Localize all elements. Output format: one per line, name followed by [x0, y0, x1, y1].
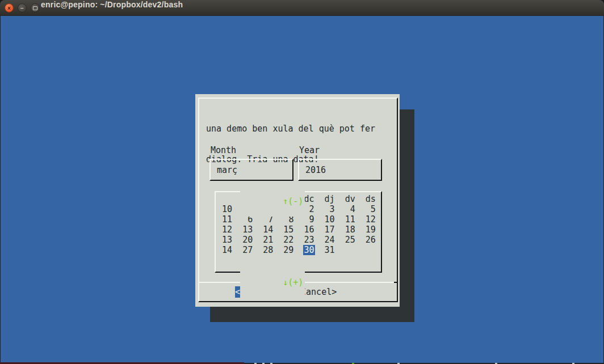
month-value: març: [217, 165, 237, 175]
day-cell[interactable]: 31: [314, 245, 335, 255]
calendar-week-row: 14 27 28 29 30 31: [217, 245, 376, 255]
month-input[interactable]: març: [209, 159, 293, 181]
day-cell: [355, 245, 376, 255]
window-title: enric@pepino: ~/Dropbox/dev2/bash: [41, 0, 183, 15]
scroll-up-control[interactable]: ↑(-): [240, 186, 305, 217]
day-cell[interactable]: 4: [335, 204, 355, 214]
selected-day-cell[interactable]: 30: [293, 245, 314, 255]
day-cell[interactable]: 19: [355, 225, 376, 235]
day-cell[interactable]: 22: [273, 235, 293, 245]
year-value: 2016: [305, 165, 326, 175]
message-line-1: una demo ben xula del què pot fer: [206, 124, 375, 134]
terminal-window: × − enric@pepino: ~/Dropbox/dev2/bash un…: [0, 0, 604, 364]
minimize-button[interactable]: −: [18, 3, 27, 12]
day-cell[interactable]: 21: [253, 235, 273, 245]
day-cell[interactable]: 11: [335, 214, 355, 225]
cancel-bracket-right: >: [332, 286, 337, 298]
day-cell[interactable]: 27: [232, 245, 253, 255]
day-cell[interactable]: 29: [273, 245, 293, 255]
day-cell[interactable]: 17: [314, 225, 335, 235]
day-cell[interactable]: 20: [232, 235, 253, 245]
week-number: 11: [217, 214, 232, 225]
year-label: Year: [299, 145, 320, 155]
month-label: Month: [211, 145, 236, 155]
day-cell[interactable]: 26: [355, 235, 376, 245]
minimize-icon: −: [20, 5, 24, 11]
maximize-icon: [33, 6, 37, 10]
close-icon: ×: [7, 5, 11, 11]
dialog-separator-end: [394, 282, 398, 283]
day-cell: [335, 245, 355, 255]
day-cell[interactable]: 28: [253, 245, 273, 255]
calendar-dialog: una demo ben xula del què pot fer dialog…: [195, 94, 400, 307]
day-cell[interactable]: 16: [293, 225, 314, 235]
weekday-header: dj: [314, 194, 335, 204]
maximize-button[interactable]: [31, 3, 40, 12]
day-cell[interactable]: 3: [314, 204, 335, 214]
weekday-header: ds: [355, 194, 376, 204]
terminal-screen: una demo ben xula del què pot fer dialog…: [0, 16, 604, 364]
calendar-week-row: 13 20 21 22 23 24 25 26: [217, 235, 376, 245]
week-number: 12: [217, 225, 232, 235]
titlebar[interactable]: × − enric@pepino: ~/Dropbox/dev2/bash: [0, 0, 604, 16]
day-cell[interactable]: 25: [335, 235, 355, 245]
day-cell[interactable]: 5: [355, 204, 376, 214]
weekday-header: dv: [335, 194, 355, 204]
day-cell[interactable]: 10: [314, 214, 335, 225]
week-number: 13: [217, 235, 232, 245]
up-arrow-icon: ↑(-): [283, 196, 303, 206]
down-arrow-icon: ↓(+): [283, 277, 303, 287]
calendar-week-row: 12 13 14 15 16 17 18 19: [217, 225, 376, 235]
year-input[interactable]: 2016: [298, 159, 382, 181]
week-number: 14: [217, 245, 232, 255]
day-cell[interactable]: 13: [232, 225, 253, 235]
week-col-spacer: [217, 194, 232, 204]
scroll-down-control[interactable]: ↓(+): [240, 267, 305, 298]
day-cell[interactable]: 14: [253, 225, 273, 235]
day-cell[interactable]: 18: [335, 225, 355, 235]
week-number: 10: [217, 204, 232, 214]
day-cell[interactable]: 23: [293, 235, 314, 245]
day-cell[interactable]: 12: [355, 214, 376, 225]
day-cell[interactable]: 24: [314, 235, 335, 245]
close-button[interactable]: ×: [5, 3, 14, 12]
day-cell[interactable]: 15: [273, 225, 293, 235]
ok-bracket-left: <: [235, 286, 240, 298]
selected-day-highlight: 30: [303, 245, 314, 255]
cancel-label-rest: ancel: [306, 286, 332, 298]
